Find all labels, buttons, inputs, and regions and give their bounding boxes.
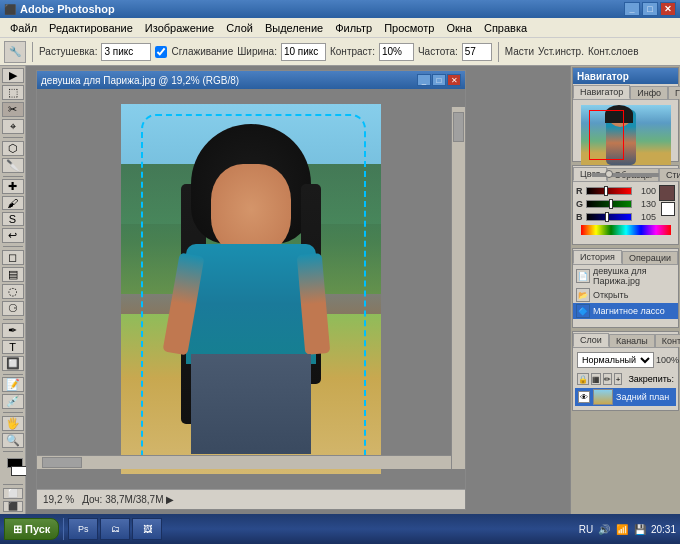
doc-statusbar: 19,2 % Доч: 38,7М/38,7М ▶ <box>37 489 465 509</box>
width-input[interactable] <box>281 43 326 61</box>
layer-thumbnail <box>593 389 613 405</box>
tool-separator-2 <box>3 176 23 177</box>
photo-container <box>121 104 381 474</box>
layers-content: Нормальный 100% 🔒 ▦ ✏ + Закрепить: 👁 Зад… <box>573 348 678 408</box>
tool-magic-wand[interactable]: ⌖ <box>2 119 24 134</box>
navigator-panel: Навигатор Навигатор Инфо Гист. <box>572 67 679 162</box>
menu-select[interactable]: Выделение <box>259 20 329 36</box>
layer-item-background[interactable]: 👁 Задний план <box>575 388 676 406</box>
bg-color-swatch[interactable] <box>661 202 675 216</box>
tool-heal[interactable]: ✚ <box>2 179 24 194</box>
lock-position-icon[interactable]: + <box>614 373 622 385</box>
green-value: 130 <box>634 199 656 209</box>
tab-histogram[interactable]: Гист. <box>668 86 680 99</box>
tab-actions[interactable]: Операции <box>622 251 678 264</box>
red-slider[interactable] <box>586 187 632 195</box>
menu-window[interactable]: Окна <box>440 20 478 36</box>
tool-slice[interactable]: 🔪 <box>2 158 24 173</box>
contrast-input[interactable] <box>379 43 414 61</box>
history-item-open[interactable]: 📄 девушка для Парижа.jpg <box>573 265 678 287</box>
menu-filter[interactable]: Фильтр <box>329 20 378 36</box>
tool-eyedropper[interactable]: 💉 <box>2 394 24 409</box>
tab-layers[interactable]: Слои <box>573 333 609 347</box>
green-thumb <box>609 199 613 209</box>
tool-zoom[interactable]: 🔍 <box>2 433 24 448</box>
tool-crop[interactable]: ⬡ <box>2 141 24 156</box>
lock-transparent-icon[interactable]: ▦ <box>591 373 601 385</box>
fg-color-swatch[interactable] <box>659 185 675 201</box>
menu-edit[interactable]: Редактирование <box>43 20 139 36</box>
color-background[interactable] <box>11 466 27 476</box>
feather-label: Растушевка: <box>39 46 97 57</box>
menu-view[interactable]: Просмотр <box>378 20 440 36</box>
start-button[interactable]: ⊞ Пуск <box>4 518 59 540</box>
options-bar: 🔧 Растушевка: Сглаживание Ширина: Контра… <box>0 38 680 66</box>
layer-visibility-eye[interactable]: 👁 <box>578 391 590 403</box>
tab-info[interactable]: Инфо <box>630 86 668 99</box>
vertical-scrollbar[interactable] <box>451 107 465 469</box>
doc-canvas <box>37 89 465 489</box>
antialias-label: Сглаживание <box>171 46 233 57</box>
history-item-action1[interactable]: 📂 Открыть <box>573 287 678 303</box>
lock-icon[interactable]: 🔒 <box>577 373 589 385</box>
green-label: G <box>576 199 584 209</box>
tab-navigator[interactable]: Навигатор <box>573 85 630 99</box>
red-slider-row: R 100 <box>576 186 656 196</box>
taskbar-sep-1 <box>63 518 64 540</box>
tool-text[interactable]: T <box>2 340 24 354</box>
lock-image-icon[interactable]: ✏ <box>603 373 612 385</box>
tool-history-brush[interactable]: ↩ <box>2 228 24 243</box>
blue-slider[interactable] <box>586 213 632 221</box>
tool-separator-5 <box>3 374 23 375</box>
menu-image[interactable]: Изображение <box>139 20 220 36</box>
tab-paths[interactable]: Контуры <box>655 334 680 347</box>
tool-shape[interactable]: 🔲 <box>2 356 24 371</box>
history-icon-3: 🔷 <box>576 304 590 318</box>
tab-channels[interactable]: Каналы <box>609 334 655 347</box>
blend-mode-select[interactable]: Нормальный <box>577 352 654 368</box>
tab-history[interactable]: История <box>573 250 622 264</box>
menu-layer[interactable]: Слой <box>220 20 259 36</box>
tool-gradient[interactable]: ▤ <box>2 267 24 282</box>
tool-lasso[interactable]: ✂ <box>2 102 24 117</box>
tool-blur[interactable]: ◌ <box>2 284 24 299</box>
history-item-magnetic[interactable]: 🔷 Магнитное лассо <box>573 303 678 319</box>
frequency-input[interactable] <box>462 43 492 61</box>
taskbar-folder[interactable]: 🗂 <box>100 518 130 540</box>
tab-styles[interactable]: Стили <box>659 168 680 181</box>
extra-options3: Конт.слоев <box>588 46 639 57</box>
doc-close[interactable]: ✕ <box>447 74 461 86</box>
taskbar-photoshop[interactable]: Ps <box>68 518 98 540</box>
minimize-button[interactable]: _ <box>624 2 640 16</box>
doc-minimize[interactable]: _ <box>417 74 431 86</box>
vscroll-thumb[interactable] <box>453 112 464 142</box>
green-slider[interactable] <box>586 200 632 208</box>
tool-notes[interactable]: 📝 <box>2 377 24 392</box>
menu-file[interactable]: Файл <box>4 20 43 36</box>
tool-hand[interactable]: 🖐 <box>2 416 24 431</box>
taskbar: ⊞ Пуск Ps 🗂 🖼 RU 🔊 📶 💾 20:31 <box>0 514 680 544</box>
anti-alias-checkbox[interactable] <box>155 46 167 58</box>
lock-all-label: Закрепить: <box>628 374 674 384</box>
tool-separator-7 <box>3 451 23 452</box>
maximize-button[interactable]: □ <box>642 2 658 16</box>
green-slider-row: G 130 <box>576 199 656 209</box>
nav-zoom-slider[interactable] <box>592 173 659 177</box>
taskbar-image[interactable]: 🖼 <box>132 518 162 540</box>
tool-move[interactable]: ▶ <box>2 68 24 83</box>
horizontal-scrollbar[interactable] <box>37 455 451 469</box>
tool-clone[interactable]: S <box>2 212 24 226</box>
doc-maximize[interactable]: □ <box>432 74 446 86</box>
tool-pen[interactable]: ✒ <box>2 323 24 338</box>
feather-input[interactable] <box>101 43 151 61</box>
close-button[interactable]: ✕ <box>660 2 676 16</box>
quick-mask[interactable]: ⬜ <box>3 488 23 499</box>
screen-mode[interactable]: ⬛ <box>3 501 23 512</box>
hscroll-thumb[interactable] <box>42 457 82 468</box>
tool-marquee[interactable]: ⬚ <box>2 85 24 100</box>
width-label: Ширина: <box>237 46 277 57</box>
tool-eraser[interactable]: ◻ <box>2 250 24 265</box>
tool-dodge[interactable]: ⚆ <box>2 301 24 316</box>
menu-help[interactable]: Справка <box>478 20 533 36</box>
tool-brush[interactable]: 🖌 <box>2 196 24 210</box>
